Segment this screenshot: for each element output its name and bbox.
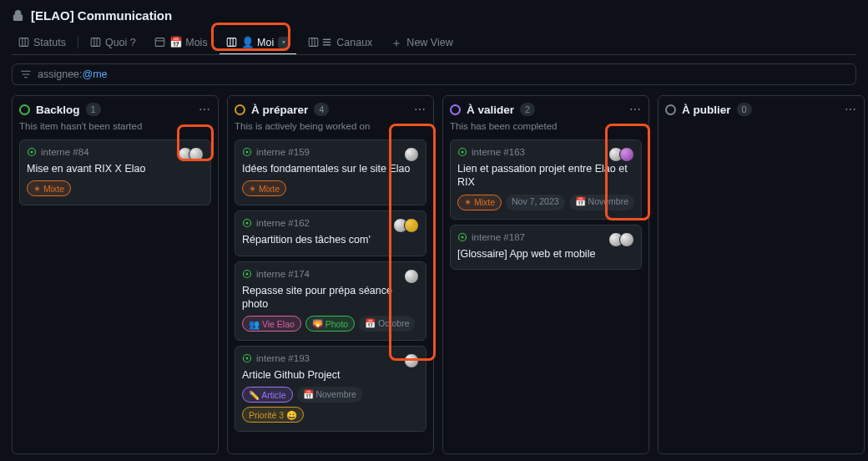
- avatar: [189, 147, 204, 162]
- tabs: Statuts Quoi ? 📅 Mois 👤 Moi ▾ Canaux ＋ N…: [12, 31, 856, 55]
- card[interactable]: interne #159Idées fondamentales sur le s…: [235, 139, 426, 205]
- tab-label: 📅 Mois: [169, 36, 208, 48]
- issue-open-icon: [457, 232, 467, 242]
- tab-canaux[interactable]: Canaux: [301, 32, 379, 54]
- svg-point-20: [246, 151, 249, 154]
- column-menu-button[interactable]: ⋯: [845, 103, 857, 116]
- chevron-down-icon[interactable]: ▾: [278, 37, 290, 48]
- card-title: Article Github Project: [242, 368, 419, 382]
- column-count: 1: [86, 103, 101, 116]
- card-labels: ✏️ Article📅 NovembrePriorité 3 😀: [242, 387, 419, 423]
- assignee-avatars[interactable]: [408, 147, 419, 162]
- tab-mois[interactable]: 📅 Mois: [148, 31, 214, 54]
- board: Backlog1⋯This item hasn't been startedin…: [0, 85, 868, 461]
- card[interactable]: interne #187[Glossaire] App web et mobil…: [450, 225, 642, 270]
- svg-rect-3: [91, 38, 100, 47]
- board-icon: [18, 37, 29, 48]
- card[interactable]: interne #174Repasse site pour prépa séan…: [235, 261, 426, 342]
- plus-icon: ＋: [391, 37, 402, 48]
- tab-label: Quoi ?: [105, 37, 136, 48]
- assignee-avatars[interactable]: [397, 218, 419, 233]
- assignee-avatars[interactable]: [613, 147, 634, 162]
- card[interactable]: interne #163Lien et passation projet ent…: [450, 139, 642, 220]
- status-dot-icon: [19, 104, 30, 115]
- filter-icon: [21, 69, 31, 79]
- avatar: [619, 147, 634, 162]
- tab-label: Canaux: [336, 37, 372, 48]
- card-reference: interne #159: [242, 147, 419, 157]
- issue-open-icon: [242, 269, 252, 279]
- avatar: [404, 269, 419, 284]
- column-count: 4: [314, 103, 329, 116]
- card[interactable]: interne #162Répartition des tâches com': [235, 210, 426, 256]
- svg-point-26: [246, 357, 249, 360]
- card-title: Lien et passation projet entre Elao et R…: [457, 162, 634, 190]
- column-count: 0: [737, 103, 752, 116]
- column-header: À valider2⋯: [450, 103, 642, 116]
- card-labels: ✴︎ Mixte: [242, 180, 419, 196]
- assignee-avatars[interactable]: [182, 147, 204, 162]
- header: [ELAO] Communication Statuts Quoi ? 📅 Mo…: [0, 0, 868, 55]
- card-reference: interne #193: [242, 353, 419, 363]
- tab-quoi[interactable]: Quoi ?: [83, 32, 143, 54]
- label: Priorité 3 😀: [242, 407, 304, 423]
- card-labels: 👥 Vie Elao🌄 Photo📅 Octobre: [242, 316, 419, 332]
- tab-label: 👤 Moi: [241, 36, 275, 48]
- svg-point-30: [462, 236, 464, 238]
- filter-value: @me: [83, 68, 108, 80]
- svg-rect-8: [227, 38, 236, 47]
- list-icon: [321, 37, 332, 48]
- filter-text: assignee:@me: [38, 68, 108, 80]
- column-menu-button[interactable]: ⋯: [414, 103, 426, 116]
- tab-label: New View: [406, 37, 452, 48]
- column-menu-button[interactable]: ⋯: [629, 103, 642, 116]
- assignee-avatars[interactable]: [613, 232, 634, 247]
- assignee-avatars[interactable]: [408, 269, 419, 284]
- card-title: Mise en avant RIX X Elao: [27, 162, 204, 175]
- svg-rect-15: [323, 42, 331, 43]
- card-labels: ✴︎ Mixte: [27, 180, 204, 196]
- filter-bar[interactable]: assignee:@me: [12, 63, 856, 85]
- label: 📅 Novembre: [569, 195, 634, 210]
- svg-rect-16: [323, 44, 331, 46]
- issue-open-icon: [242, 218, 252, 228]
- column-header: À préparer4⋯: [235, 103, 426, 116]
- table-icon: [154, 37, 165, 48]
- label: 📅 Novembre: [297, 387, 362, 403]
- board-icon: [308, 37, 319, 48]
- tab-statuts[interactable]: Statuts: [12, 32, 73, 54]
- label: ✴︎ Mixte: [457, 195, 502, 210]
- card-title: [Glossaire] App web et mobile: [457, 247, 634, 261]
- column-title: À préparer: [251, 104, 308, 116]
- label: 📅 Octobre: [359, 316, 415, 332]
- card[interactable]: interne #193Article Github Project✏️ Art…: [235, 346, 426, 432]
- tab-new-view[interactable]: ＋ New View: [384, 32, 459, 54]
- column-backlog: Backlog1⋯This item hasn't been startedin…: [12, 95, 219, 454]
- date-chip: Nov 7, 2023: [506, 195, 565, 210]
- label: 👥 Vie Elao: [242, 316, 301, 332]
- column-header: Backlog1⋯: [19, 103, 211, 116]
- filter-field: assignee:: [38, 68, 83, 80]
- column-title: Backlog: [36, 104, 80, 116]
- issue-open-icon: [27, 147, 37, 157]
- tab-moi[interactable]: 👤 Moi ▾: [220, 31, 297, 54]
- label: 🌄 Photo: [305, 316, 355, 332]
- label: ✴︎ Mixte: [27, 180, 71, 196]
- column-description: This is actively being worked on: [235, 121, 426, 131]
- status-dot-icon: [235, 104, 245, 115]
- column-title: À valider: [467, 104, 514, 116]
- column-description: This has been completed: [450, 121, 642, 131]
- svg-rect-14: [323, 38, 331, 40]
- column-a_valider: À valider2⋯This has been completedintern…: [442, 95, 649, 454]
- issue-open-icon: [457, 147, 467, 157]
- status-dot-icon: [450, 104, 461, 115]
- assignee-avatars[interactable]: [408, 353, 419, 368]
- card-title: Répartition des tâches com': [242, 233, 419, 246]
- card[interactable]: interne #84Mise en avant RIX X Elao✴︎ Mi…: [19, 139, 211, 205]
- lock-icon: [12, 9, 24, 22]
- column-menu-button[interactable]: ⋯: [199, 103, 211, 116]
- board-icon: [226, 37, 237, 48]
- avatar: [404, 353, 419, 368]
- page-title: [ELAO] Communication: [31, 8, 172, 23]
- svg-point-24: [246, 272, 249, 275]
